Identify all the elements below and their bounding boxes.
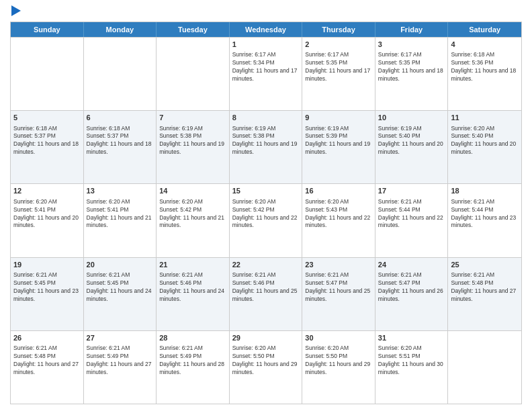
- day-number: 10: [378, 113, 445, 123]
- day-info: Sunrise: 6:19 AM Sunset: 5:40 PM Dayligh…: [378, 125, 445, 157]
- weekday-header-sunday: Sunday: [11, 22, 84, 37]
- day-info: Sunrise: 6:20 AM Sunset: 5:50 PM Dayligh…: [305, 345, 372, 377]
- calendar-cell: [84, 38, 157, 110]
- day-number: 6: [87, 113, 154, 123]
- day-info: Sunrise: 6:21 AM Sunset: 5:44 PM Dayligh…: [451, 198, 519, 230]
- calendar-cell: 16Sunrise: 6:20 AM Sunset: 5:43 PM Dayli…: [302, 184, 375, 257]
- calendar-cell: 28Sunrise: 6:21 AM Sunset: 5:49 PM Dayli…: [157, 331, 230, 404]
- weekday-header-wednesday: Wednesday: [230, 22, 303, 37]
- calendar-cell: 11Sunrise: 6:20 AM Sunset: 5:40 PM Dayli…: [448, 111, 521, 183]
- day-number: 28: [159, 333, 226, 343]
- day-number: 19: [13, 260, 81, 270]
- day-info: Sunrise: 6:20 AM Sunset: 5:42 PM Dayligh…: [232, 198, 300, 230]
- weekday-header-monday: Monday: [84, 22, 157, 37]
- calendar-cell: 29Sunrise: 6:20 AM Sunset: 5:50 PM Dayli…: [230, 331, 303, 404]
- calendar-cell: 25Sunrise: 6:21 AM Sunset: 5:48 PM Dayli…: [448, 258, 521, 330]
- day-info: Sunrise: 6:17 AM Sunset: 5:34 PM Dayligh…: [232, 51, 300, 83]
- calendar-header: SundayMondayTuesdayWednesdayThursdayFrid…: [11, 22, 521, 37]
- calendar-cell: 4Sunrise: 6:18 AM Sunset: 5:36 PM Daylig…: [448, 38, 521, 110]
- calendar-cell: 6Sunrise: 6:18 AM Sunset: 5:37 PM Daylig…: [84, 111, 157, 183]
- day-number: 16: [305, 186, 372, 196]
- day-info: Sunrise: 6:21 AM Sunset: 5:49 PM Dayligh…: [159, 345, 226, 377]
- day-info: Sunrise: 6:21 AM Sunset: 5:45 PM Dayligh…: [87, 271, 154, 304]
- calendar-cell: [11, 38, 84, 110]
- day-number: 12: [13, 186, 81, 196]
- day-number: 22: [232, 260, 300, 270]
- day-number: 14: [159, 186, 226, 196]
- calendar-cell: 27Sunrise: 6:21 AM Sunset: 5:49 PM Dayli…: [84, 331, 157, 404]
- day-number: 7: [159, 113, 226, 123]
- day-info: Sunrise: 6:18 AM Sunset: 5:36 PM Dayligh…: [451, 51, 519, 83]
- day-number: 25: [451, 260, 519, 270]
- calendar-row-4: 19Sunrise: 6:21 AM Sunset: 5:45 PM Dayli…: [11, 257, 521, 330]
- calendar-cell: 14Sunrise: 6:20 AM Sunset: 5:42 PM Dayli…: [157, 184, 230, 257]
- day-number: 21: [159, 260, 226, 270]
- day-info: Sunrise: 6:18 AM Sunset: 5:37 PM Dayligh…: [13, 125, 81, 157]
- calendar: SundayMondayTuesdayWednesdayThursdayFrid…: [10, 21, 522, 404]
- calendar-cell: 31Sunrise: 6:20 AM Sunset: 5:51 PM Dayli…: [375, 331, 449, 404]
- calendar-cell: 15Sunrise: 6:20 AM Sunset: 5:42 PM Dayli…: [230, 184, 303, 257]
- calendar-cell: 9Sunrise: 6:19 AM Sunset: 5:39 PM Daylig…: [302, 111, 375, 183]
- day-number: 13: [87, 186, 154, 196]
- calendar-body: 1Sunrise: 6:17 AM Sunset: 5:34 PM Daylig…: [11, 37, 521, 404]
- day-info: Sunrise: 6:19 AM Sunset: 5:38 PM Dayligh…: [232, 125, 300, 157]
- calendar-cell: 12Sunrise: 6:20 AM Sunset: 5:41 PM Dayli…: [11, 184, 84, 257]
- calendar-cell: 5Sunrise: 6:18 AM Sunset: 5:37 PM Daylig…: [11, 111, 84, 183]
- day-info: Sunrise: 6:21 AM Sunset: 5:47 PM Dayligh…: [378, 271, 445, 304]
- day-number: 20: [87, 260, 154, 270]
- day-info: Sunrise: 6:17 AM Sunset: 5:35 PM Dayligh…: [378, 51, 445, 83]
- header: [10, 7, 522, 16]
- calendar-cell: [157, 38, 230, 110]
- day-number: 4: [451, 40, 519, 50]
- calendar-row-2: 5Sunrise: 6:18 AM Sunset: 5:37 PM Daylig…: [11, 110, 521, 183]
- calendar-cell: 19Sunrise: 6:21 AM Sunset: 5:45 PM Dayli…: [11, 258, 84, 330]
- day-number: 18: [451, 186, 519, 196]
- day-number: 30: [305, 333, 372, 343]
- day-number: 24: [378, 260, 445, 270]
- calendar-row-3: 12Sunrise: 6:20 AM Sunset: 5:41 PM Dayli…: [11, 183, 521, 257]
- day-number: 31: [378, 333, 445, 343]
- day-info: Sunrise: 6:21 AM Sunset: 5:45 PM Dayligh…: [13, 271, 81, 304]
- day-info: Sunrise: 6:19 AM Sunset: 5:38 PM Dayligh…: [159, 125, 226, 157]
- calendar-cell: 30Sunrise: 6:20 AM Sunset: 5:50 PM Dayli…: [302, 331, 375, 404]
- day-info: Sunrise: 6:21 AM Sunset: 5:49 PM Dayligh…: [87, 345, 154, 377]
- day-info: Sunrise: 6:20 AM Sunset: 5:42 PM Dayligh…: [159, 198, 226, 230]
- calendar-cell: 17Sunrise: 6:21 AM Sunset: 5:44 PM Dayli…: [375, 184, 449, 257]
- day-number: 9: [305, 113, 372, 123]
- page: SundayMondayTuesdayWednesdayThursdayFrid…: [0, 0, 532, 411]
- calendar-cell: 3Sunrise: 6:17 AM Sunset: 5:35 PM Daylig…: [375, 38, 449, 110]
- day-number: 29: [232, 333, 300, 343]
- weekday-header-saturday: Saturday: [448, 22, 521, 37]
- day-info: Sunrise: 6:20 AM Sunset: 5:41 PM Dayligh…: [13, 198, 81, 230]
- calendar-row-5: 26Sunrise: 6:21 AM Sunset: 5:48 PM Dayli…: [11, 330, 521, 404]
- day-info: Sunrise: 6:21 AM Sunset: 5:46 PM Dayligh…: [159, 271, 226, 304]
- day-info: Sunrise: 6:21 AM Sunset: 5:46 PM Dayligh…: [232, 271, 300, 304]
- calendar-cell: 7Sunrise: 6:19 AM Sunset: 5:38 PM Daylig…: [157, 111, 230, 183]
- calendar-cell: 10Sunrise: 6:19 AM Sunset: 5:40 PM Dayli…: [375, 111, 449, 183]
- calendar-cell: 18Sunrise: 6:21 AM Sunset: 5:44 PM Dayli…: [448, 184, 521, 257]
- day-info: Sunrise: 6:21 AM Sunset: 5:44 PM Dayligh…: [378, 198, 445, 230]
- calendar-cell: 22Sunrise: 6:21 AM Sunset: 5:46 PM Dayli…: [230, 258, 303, 330]
- calendar-cell: 26Sunrise: 6:21 AM Sunset: 5:48 PM Dayli…: [11, 331, 84, 404]
- calendar-cell: 24Sunrise: 6:21 AM Sunset: 5:47 PM Dayli…: [375, 258, 449, 330]
- day-number: 8: [232, 113, 300, 123]
- calendar-cell: 13Sunrise: 6:20 AM Sunset: 5:41 PM Dayli…: [84, 184, 157, 257]
- logo-arrow-icon: [11, 5, 21, 16]
- day-number: 5: [13, 113, 81, 123]
- day-info: Sunrise: 6:20 AM Sunset: 5:41 PM Dayligh…: [87, 198, 154, 230]
- day-info: Sunrise: 6:21 AM Sunset: 5:48 PM Dayligh…: [451, 271, 519, 304]
- day-number: 11: [451, 113, 519, 123]
- calendar-cell: [448, 331, 521, 404]
- calendar-cell: 2Sunrise: 6:17 AM Sunset: 5:35 PM Daylig…: [302, 38, 375, 110]
- day-info: Sunrise: 6:21 AM Sunset: 5:47 PM Dayligh…: [305, 271, 372, 304]
- day-info: Sunrise: 6:17 AM Sunset: 5:35 PM Dayligh…: [305, 51, 372, 83]
- weekday-header-thursday: Thursday: [302, 22, 375, 37]
- day-info: Sunrise: 6:19 AM Sunset: 5:39 PM Dayligh…: [305, 125, 372, 157]
- day-info: Sunrise: 6:20 AM Sunset: 5:40 PM Dayligh…: [451, 125, 519, 157]
- day-number: 1: [232, 40, 300, 50]
- day-number: 3: [378, 40, 445, 50]
- logo: [10, 7, 21, 16]
- calendar-cell: 23Sunrise: 6:21 AM Sunset: 5:47 PM Dayli…: [302, 258, 375, 330]
- day-number: 15: [232, 186, 300, 196]
- calendar-row-1: 1Sunrise: 6:17 AM Sunset: 5:34 PM Daylig…: [11, 37, 521, 110]
